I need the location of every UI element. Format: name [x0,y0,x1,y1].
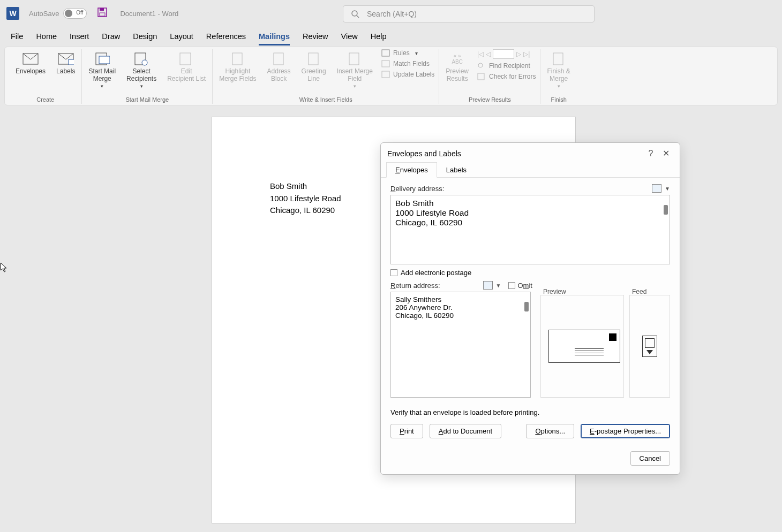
search-placeholder: Search (Alt+Q) [367,10,417,18]
find-recipient-button: Find Recipient [477,62,536,70]
svg-rect-14 [274,53,283,65]
start-mail-merge-button[interactable]: Start MailMerge ▾ [86,49,118,91]
edit-recipient-icon [178,51,195,66]
autosave-label: AutoSave [29,10,59,18]
start-mail-merge-icon [94,51,111,66]
preview-results-button: « »ABCPreviewResults [443,49,471,85]
select-recipients-button[interactable]: SelectRecipients ▾ [124,49,159,91]
match-fields-button: Match Fields [381,60,434,67]
tab-review[interactable]: Review [303,29,328,45]
svg-rect-12 [180,53,191,65]
dialog-titlebar: Envelopes and Labels ? ✕ [381,143,680,162]
dialog-tab-envelopes[interactable]: Envelopes [386,162,437,178]
envelope-preview-box[interactable]: Preview [540,295,624,398]
first-record-button: |◁ [477,50,484,58]
group-label-write: Write & Insert Fields [299,95,352,104]
select-recipients-label: SelectRecipients [126,67,156,82]
epostage-properties-button[interactable]: E-postage Properties... [581,424,670,438]
finish-merge-label: Finish &Merge [547,67,570,82]
address-block-button: AddressBlock [265,49,293,85]
group-label-create: Create [36,95,54,104]
feed-preview-box[interactable]: Feed [629,295,670,398]
dialog-help-button[interactable]: ? [643,149,658,158]
return-address-label-row: Return address: ▼ Omit [390,281,670,290]
tab-references[interactable]: References [206,29,246,45]
envelopes-labels-dialog: Envelopes and Labels ? ✕ Envelopes Label… [380,142,680,475]
tab-insert[interactable]: Insert [70,29,89,45]
dialog-tab-labels[interactable]: Labels [437,162,476,178]
svg-point-11 [142,60,147,65]
tab-mailings[interactable]: Mailings [259,29,290,45]
add-to-document-button[interactable]: Add to Document [430,424,501,438]
insert-merge-icon [346,51,363,66]
greeting-label: GreetingLine [302,67,326,82]
svg-rect-7 [69,59,74,65]
tab-layout[interactable]: Layout [170,29,193,45]
ribbon-group-preview: « »ABCPreviewResults |◁ ◁ ▷ ▷| Find Reci… [439,49,540,104]
tab-help[interactable]: Help [371,29,387,45]
cancel-button[interactable]: Cancel [630,451,670,466]
labels-label: Labels [56,67,75,75]
scrollbar-thumb[interactable] [524,302,529,311]
omit-checkbox[interactable] [508,282,515,289]
update-labels-button: Update Labels [381,71,434,78]
titlebar: W AutoSave Off Document1 - Word Search (… [0,0,782,27]
tab-home[interactable]: Home [36,29,57,45]
save-icon[interactable] [97,7,107,20]
labels-button[interactable]: Labels [54,49,77,77]
highlight-icon [229,51,246,66]
search-box[interactable]: Search (Alt+Q) [343,5,595,22]
tab-view[interactable]: View [341,29,358,45]
preview-results-icon: « »ABC [449,51,466,66]
document-title: Document1 - Word [120,10,178,18]
ribbon-group-write: HighlightMerge Fields AddressBlock Greet… [213,49,439,104]
preview-label: Preview [543,288,566,295]
greeting-line-button: GreetingLine [299,49,328,85]
svg-rect-2 [100,13,105,16]
envelope-preview-icon [548,330,620,363]
return-address-textarea[interactable]: Sally Smithers206 Anywhere Dr.Chicago, I… [390,292,531,398]
svg-rect-16 [349,53,359,65]
return-address-value: Sally Smithers206 Anywhere Dr.Chicago, I… [395,295,526,320]
verify-text: Verify that an envelope is loaded before… [390,408,670,416]
tab-draw[interactable]: Draw [102,29,120,45]
envelopes-button[interactable]: Envelopes [13,49,48,77]
edit-recipient-label: EditRecipient List [167,67,206,82]
autosave-toggle[interactable]: Off [63,8,87,19]
delivery-address-label: Delivery address: ▼ [390,184,670,193]
delivery-address-textarea[interactable]: Bob Smith1000 Lifestyle RoadChicago, IL … [390,195,670,264]
scrollbar-thumb[interactable] [664,205,668,215]
chevron-down-icon[interactable]: ▼ [496,283,501,288]
chevron-down-icon[interactable]: ▼ [665,186,670,192]
delivery-address-book-button[interactable] [652,184,661,193]
ribbon-group-start: Start MailMerge ▾ SelectRecipients ▾ Edi… [82,49,213,104]
dialog-close-button[interactable]: ✕ [658,148,673,158]
delivery-address-value: Bob Smith1000 Lifestyle RoadChicago, IL … [395,199,665,227]
check-errors-label: Check for Errors [489,73,536,80]
highlight-merge-button: HighlightMerge Fields [217,49,258,85]
svg-rect-1 [100,8,104,11]
match-fields-icon [381,60,390,67]
svg-rect-13 [232,53,242,65]
finish-icon [550,51,567,66]
electronic-postage-label: Add electronic postage [401,269,471,277]
electronic-postage-checkbox[interactable] [390,269,397,276]
tab-design[interactable]: Design [133,29,157,45]
labels-icon [57,51,74,66]
update-labels-label: Update Labels [393,71,434,78]
svg-rect-18 [382,60,389,67]
rules-button[interactable]: Rules▾ [381,49,434,57]
check-icon [477,73,486,80]
address-block-label: AddressBlock [267,67,291,82]
dialog-tabs: Envelopes Labels [381,162,680,178]
svg-rect-17 [382,50,389,56]
svg-rect-9 [99,56,110,64]
svg-rect-21 [478,73,484,80]
tab-file[interactable]: File [11,29,23,45]
return-address-book-button[interactable] [483,281,493,290]
address-block-icon [270,51,288,66]
finish-merge-button: Finish &Merge▾ [545,49,572,91]
print-button[interactable]: Print [390,424,423,438]
options-button[interactable]: Options... [526,424,574,438]
ribbon: Envelopes Labels Create Start MailMerge … [4,47,778,105]
